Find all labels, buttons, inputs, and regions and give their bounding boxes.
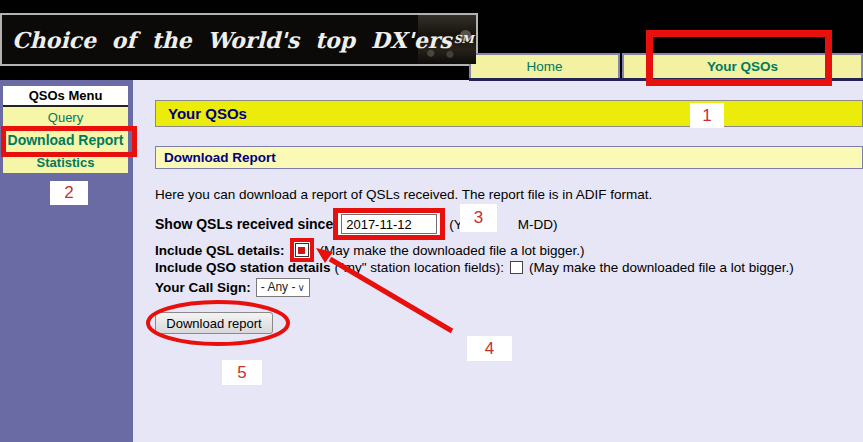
since-annotation-box — [333, 208, 445, 240]
qsl-details-label: Include QSL details: — [155, 243, 285, 258]
qso-station-note: (May make the downloaded file a lot bigg… — [529, 260, 794, 275]
section-title: Download Report — [164, 150, 276, 165]
page: Choice of the World's top DX'ersSM Home … — [0, 0, 863, 442]
chevron-down-icon: ∨ — [297, 282, 304, 293]
qso-station-paren: ("my" station location fields): — [335, 260, 504, 275]
tab-home[interactable]: Home — [469, 53, 620, 78]
sidebar-title: QSOs Menu — [3, 86, 128, 107]
annotation-number-2: 2 — [50, 181, 88, 205]
callsign-row: Your Call Sign: - Any - ∨ — [155, 276, 310, 298]
qsl-details-checkbox[interactable] — [295, 243, 309, 257]
callsign-selected-value: - Any - — [261, 280, 296, 294]
annotation-box-download-report-item — [1, 126, 137, 157]
checkbox-checked-mark — [298, 247, 305, 254]
page-title-bar: Your QSOs — [155, 100, 863, 127]
callsign-select[interactable]: - Any - ∨ — [256, 278, 310, 297]
annotation-number-5: 5 — [222, 360, 262, 385]
qso-station-checkbox[interactable] — [510, 261, 523, 274]
section-title-bar: Download Report — [155, 146, 863, 169]
since-date-input[interactable] — [341, 214, 437, 234]
date-format-hint-post: M-DD) — [518, 217, 558, 232]
qsl-details-note: (May make the downloaded file a lot bigg… — [320, 243, 585, 258]
sidebar-item-query[interactable]: Query — [3, 107, 128, 127]
qso-station-label: Include QSO station details — [155, 260, 331, 275]
annotation-number-3: 3 — [460, 204, 497, 232]
banner: Choice of the World's top DX'ersSM — [0, 13, 478, 66]
annotation-box-your-qsos-tab — [646, 30, 832, 86]
callsign-label: Your Call Sign: — [155, 280, 251, 295]
tagline-text: Choice of the World's top DX'ers — [12, 27, 452, 53]
intro-text: Here you can download a report of QSLs r… — [155, 187, 652, 202]
annotation-number-4: 4 — [467, 336, 512, 361]
annotation-number-1: 1 — [690, 103, 724, 128]
qso-station-row: Include QSO station details ("my" statio… — [155, 258, 794, 276]
since-label: Show QSLs received since — [155, 216, 333, 232]
download-report-button[interactable]: Download report — [155, 312, 273, 334]
service-mark: SM — [454, 33, 474, 46]
page-title: Your QSOs — [168, 105, 247, 122]
banner-tagline: Choice of the World's top DX'ersSM — [12, 15, 474, 64]
